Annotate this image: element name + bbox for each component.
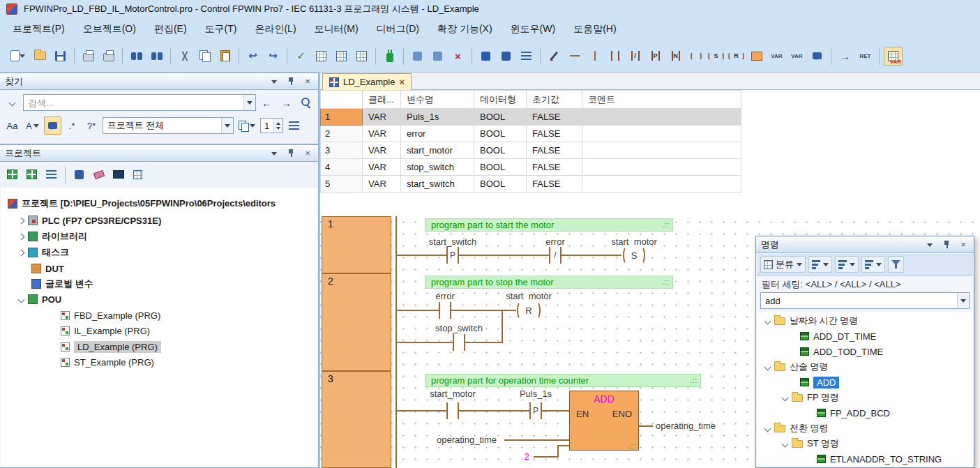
search-combo-caret[interactable] (243, 95, 255, 110)
network-2-number[interactable]: 2 (322, 273, 391, 371)
tree-item-project-root[interactable]: 프로젝트 [D:\PIEU_Projects\05FPWINPro\06Proj… (1, 196, 317, 211)
col-comment[interactable]: 코멘트 (582, 91, 741, 109)
cut-button[interactable] (175, 47, 194, 66)
type-cell[interactable]: BOOL (474, 126, 527, 142)
resize-grip[interactable]: .:: (662, 221, 670, 229)
panel-menu-icon[interactable] (269, 76, 280, 87)
contact-label[interactable]: error (417, 291, 473, 302)
row-number-cell[interactable]: 1 (321, 109, 363, 126)
name-cell[interactable]: error (401, 126, 474, 142)
print-preview-button[interactable] (79, 47, 98, 66)
type-cell[interactable]: BOOL (474, 109, 527, 126)
contact[interactable] (446, 402, 459, 419)
class-cell[interactable]: VAR (363, 176, 401, 193)
menu-window[interactable]: 윈도우(W) (502, 20, 565, 39)
columns-button[interactable] (129, 165, 146, 183)
hierarchy-button[interactable] (43, 165, 60, 183)
filter-clear-button[interactable] (888, 256, 904, 273)
command-tree-folder[interactable]: FP 명령 (757, 390, 973, 405)
tree-item-fbd-example[interactable]: FBD_Example (PRG) (1, 308, 317, 323)
pin-icon[interactable] (285, 76, 296, 87)
wire-horizontal-button[interactable] (565, 47, 584, 66)
chevron-down-icon[interactable] (764, 363, 771, 370)
tree-item-st-example[interactable]: ST_Example (PRG) (1, 354, 317, 370)
clear-button[interactable] (90, 165, 107, 183)
variable-input-button[interactable]: VAR (767, 47, 786, 66)
open-project-button[interactable] (31, 47, 50, 66)
panel-menu-icon[interactable] (269, 148, 280, 159)
chevron-down-icon[interactable] (18, 296, 25, 303)
comment-cell[interactable] (582, 109, 741, 126)
return-button[interactable]: RET (856, 47, 875, 66)
compile-button[interactable] (312, 47, 331, 66)
initial-cell[interactable]: FALSE (527, 159, 582, 176)
row-number-cell[interactable]: 5 (321, 176, 363, 193)
search-button[interactable] (297, 93, 315, 112)
tree-item-pou[interactable]: POU (1, 292, 317, 307)
contact-pulse[interactable]: P (529, 402, 542, 419)
outline-button[interactable] (517, 47, 536, 66)
add-instance-button[interactable] (23, 165, 40, 183)
type-cell[interactable]: BOOL (474, 176, 527, 193)
result-pages-button[interactable] (236, 116, 258, 135)
tree-item-global-vars[interactable]: 글로벌 변수 (1, 276, 317, 292)
command-tree-item[interactable]: FP_ADD_BCD (757, 405, 973, 421)
sort-structure-button[interactable] (808, 256, 832, 273)
coil-set[interactable]: S (621, 246, 647, 265)
contact-label[interactable]: Puls_1s (501, 388, 571, 400)
coil-reset[interactable]: R (516, 301, 541, 320)
chevron-down-icon[interactable] (764, 317, 771, 324)
draw-tool-button[interactable] (545, 47, 564, 66)
jump-label-button[interactable]: → (836, 47, 854, 66)
chevron-right-icon[interactable] (18, 233, 25, 240)
menu-monitor[interactable]: 모니터(M) (306, 20, 368, 39)
chevron-down-icon[interactable] (764, 425, 771, 432)
search-history-button[interactable] (3, 93, 21, 112)
tree-item-il-example[interactable]: IL_Example (PRG) (1, 323, 317, 338)
contact-pulse[interactable]: P (446, 247, 459, 264)
copy-button[interactable] (195, 47, 214, 66)
menu-online[interactable]: 온라인(L) (246, 20, 305, 39)
menu-help[interactable]: 도움말(H) (564, 20, 625, 39)
find-next-button[interactable]: → (278, 93, 295, 112)
initial-cell[interactable]: FALSE (527, 109, 582, 126)
tree-item-library[interactable]: 라이브러리 (1, 229, 317, 244)
name-cell[interactable]: Puls_1s (401, 109, 474, 126)
code-check-button[interactable] (352, 47, 371, 66)
command-tree-item[interactable]: ETLANADDR_TO_STRING (757, 451, 973, 467)
list-edit-button[interactable] (285, 116, 303, 135)
tree-item-dut[interactable]: DUT (1, 261, 317, 276)
pin-icon[interactable] (285, 148, 296, 159)
function-block-add[interactable]: ADD EN ENO .:: (569, 391, 639, 451)
panel-menu-icon[interactable] (924, 239, 935, 250)
menu-tools[interactable]: 도구(T) (196, 20, 246, 39)
wire-vertical-button[interactable] (585, 47, 604, 66)
find-previous-button[interactable]: ← (258, 93, 276, 112)
menu-edit[interactable]: 편집(E) (145, 20, 196, 39)
menu-extensions[interactable]: 확장 기능(X) (428, 20, 502, 39)
goto-editor-button[interactable] (70, 165, 88, 183)
search-in-comments-toggle[interactable] (44, 116, 61, 135)
close-icon[interactable]: × (958, 239, 969, 250)
comment-cell[interactable] (582, 142, 741, 159)
jump-forward-button[interactable] (497, 47, 515, 66)
sort-type-button[interactable] (861, 256, 885, 273)
col-class[interactable]: 클래... (363, 91, 401, 109)
tree-item-plc[interactable]: PLC (FP7 CPS3RE/CPS31E) (1, 213, 317, 228)
resize-grip[interactable]: .:: (690, 377, 698, 384)
chevron-right-icon[interactable] (18, 249, 25, 256)
add-pou-button[interactable] (3, 165, 21, 183)
regex-button[interactable]: .* (63, 116, 81, 135)
network-1-number[interactable]: 1 (322, 216, 391, 273)
insert-network-after-button[interactable] (428, 47, 447, 66)
contact-label[interactable]: stop_switch (417, 323, 501, 334)
constant-label[interactable]: 2 (520, 451, 534, 462)
contact-label[interactable]: error (527, 236, 583, 248)
class-cell[interactable]: VAR (363, 159, 401, 176)
comment-cell[interactable] (582, 176, 741, 193)
insert-network-before-button[interactable] (408, 47, 427, 66)
contact[interactable] (439, 302, 451, 319)
network-1-comment[interactable]: program part to start the motor.:: (425, 218, 673, 232)
tab-close-icon[interactable]: × (399, 77, 405, 87)
check-pou-button[interactable]: ✓ (292, 47, 310, 66)
